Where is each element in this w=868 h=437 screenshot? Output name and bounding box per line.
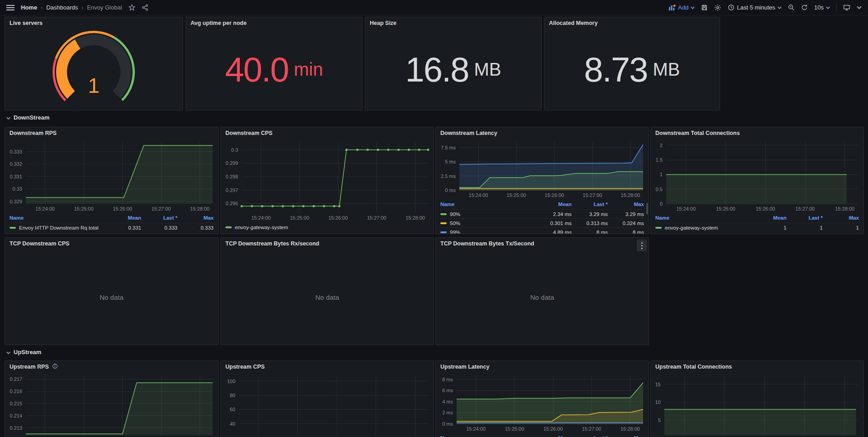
time-range-picker[interactable]: Last 5 minutes — [728, 4, 782, 11]
settings-button[interactable] — [714, 4, 721, 11]
legend-row[interactable]: Envoy HTTP Downstream Rq total0.3310.333… — [10, 223, 214, 232]
svg-text:0 ms: 0 ms — [445, 187, 456, 193]
chart-plot[interactable]: 406080100 — [221, 373, 434, 437]
legend-header: NameMeanLast *Max — [440, 433, 644, 437]
legend-header: NameMeanLast *Max — [655, 213, 859, 223]
section-chevron-icon — [6, 114, 10, 121]
refresh-interval-picker[interactable]: 10s — [814, 4, 830, 11]
save-icon — [701, 4, 708, 11]
svg-text:15:28:00: 15:28:00 — [190, 206, 210, 211]
svg-text:0.296: 0.296 — [225, 201, 238, 206]
breadcrumb-separator: › — [41, 5, 43, 11]
svg-text:0.331: 0.331 — [10, 174, 22, 179]
legend-row[interactable]: 50%0.301 ms0.313 ms0.324 ms — [440, 218, 644, 227]
panel-menu-button[interactable] — [637, 240, 647, 251]
panel-title[interactable]: TCP Downstream CPS — [5, 238, 218, 250]
panel-title[interactable]: Downstream CPS — [221, 127, 434, 139]
svg-text:15:26:00: 15:26:00 — [544, 426, 563, 432]
svg-text:0.333: 0.333 — [10, 149, 22, 154]
chart-plot[interactable]: 15:24:0015:25:0015:26:0015:27:0015:28:00… — [221, 139, 434, 222]
chart-plot[interactable]: 15:24:0015:25:0015:26:0015:27:0015:28:00… — [436, 139, 649, 199]
legend-item[interactable]: envoy-gateway-system — [225, 222, 429, 233]
section-upstream[interactable]: UpStream — [6, 349, 41, 355]
svg-text:2 ms: 2 ms — [442, 410, 453, 415]
add-button[interactable]: Add — [669, 4, 695, 11]
chart-plot[interactable]: 15:24:0015:25:0015:26:0015:27:0015:28:00… — [651, 139, 863, 213]
refresh-interval-label: 10s — [814, 4, 824, 11]
chart-plot[interactable]: 0.2130.2140.2150.2160.217 — [5, 373, 218, 437]
breadcrumb-current: Envoy Global — [87, 4, 122, 11]
svg-text:15:27:00: 15:27:00 — [582, 426, 601, 432]
panel-title[interactable]: Heap Size — [365, 17, 541, 29]
stat-value: 16.8 MB — [365, 29, 541, 110]
chart-legend: envoy-gateway-system — [221, 222, 434, 234]
panel-title[interactable]: TCP Downstream Bytes Rx/second — [221, 238, 434, 250]
no-data-message: No data — [221, 250, 434, 345]
gear-icon — [714, 4, 721, 11]
panel-title[interactable]: Downstream Latency — [436, 127, 649, 139]
panel-title[interactable]: Upstream Total Connections — [651, 361, 863, 373]
svg-text:0.217: 0.217 — [10, 376, 22, 382]
chevron-down-icon — [826, 6, 830, 9]
favorite-button[interactable] — [129, 4, 135, 11]
breadcrumb-home[interactable]: Home — [21, 4, 37, 11]
svg-text:15: 15 — [655, 382, 661, 387]
chart-plot[interactable]: 15:24:0015:25:0015:26:0015:27:0015:28:00… — [436, 373, 649, 433]
breadcrumb-dashboards[interactable]: Dashboards — [46, 4, 78, 11]
zoom-out-button[interactable] — [788, 4, 795, 11]
chart-legend: NameMeanLast *MaxEnvoy HTTP Downstream R… — [5, 213, 218, 234]
breadcrumb-separator: › — [81, 5, 83, 11]
svg-text:40: 40 — [230, 421, 235, 427]
svg-text:4 ms: 4 ms — [442, 399, 453, 404]
chevron-down-icon — [777, 6, 782, 9]
panel-tcp-downstream-bytes-rx: TCP Downstream Bytes Rx/second No data — [220, 237, 434, 345]
svg-text:15:24:00: 15:24:00 — [466, 426, 486, 432]
svg-text:15:27:00: 15:27:00 — [796, 206, 815, 211]
panel-title[interactable]: Downstream Total Connections — [651, 127, 863, 139]
svg-text:15:27:00: 15:27:00 — [152, 206, 171, 211]
panel-title[interactable]: TCP Downstream Bytes Tx/Second — [436, 238, 649, 250]
panel-upstream-total-connections: Upstream Total Connections 51015 — [650, 360, 864, 437]
svg-text:15:24:00: 15:24:00 — [35, 206, 55, 211]
svg-text:8 ms: 8 ms — [442, 377, 453, 382]
panel-title[interactable]: Downstream RPS — [5, 127, 218, 139]
panel-title[interactable]: Avg uptime per node — [186, 17, 362, 29]
panel-upstream-rps: Upstream RPS 0.2130.2140.2150.2160.217 — [5, 360, 219, 437]
panel-title[interactable]: Live servers — [5, 17, 182, 29]
svg-text:0 ms: 0 ms — [442, 421, 453, 427]
refresh-button[interactable] — [801, 4, 808, 11]
chart-plot[interactable]: 51015 — [651, 373, 863, 437]
panel-title[interactable]: Upstream CPS — [221, 361, 434, 373]
legend-row[interactable]: envoy-gateway-system111 — [655, 223, 859, 232]
svg-text:7.5 ms: 7.5 ms — [441, 145, 456, 150]
panel-title[interactable]: Upstream RPS — [5, 361, 218, 373]
share-icon — [142, 4, 148, 11]
stat-unit: min — [294, 59, 323, 80]
panel-title[interactable]: Allocated Memory — [544, 17, 720, 29]
gauge-value-arc — [56, 34, 131, 110]
stat-number: 8.73 — [584, 50, 648, 89]
tv-mode-button[interactable] — [843, 4, 850, 11]
svg-text:15:28:00: 15:28:00 — [405, 215, 425, 221]
legend-row[interactable]: 99%4.89 ms8 ms8 ms — [440, 227, 644, 234]
share-button[interactable] — [142, 4, 148, 11]
svg-text:15:24:00: 15:24:00 — [676, 206, 696, 211]
section-downstream[interactable]: DownStream — [6, 114, 49, 121]
legend-scrollbar[interactable] — [646, 203, 648, 215]
save-dashboard-button[interactable] — [701, 4, 708, 11]
svg-text:0.329: 0.329 — [10, 199, 22, 204]
panel-title[interactable]: Upstream Latency — [436, 361, 649, 373]
no-data-message: No data — [5, 250, 218, 345]
gauge: 1 — [52, 31, 135, 110]
svg-text:1: 1 — [660, 172, 663, 177]
menu-button[interactable] — [6, 5, 14, 11]
panel-upstream-cps: Upstream CPS 406080100 — [220, 360, 434, 437]
series-color-swatch — [655, 227, 662, 229]
info-icon[interactable] — [52, 363, 58, 370]
nav-expand-button[interactable] — [857, 6, 862, 9]
legend-row[interactable]: 90%2.34 ms3.29 ms3.29 ms — [440, 209, 644, 218]
chart-legend: NameMeanLast *Max90%2.34 ms3.29 ms3.29 m… — [436, 199, 649, 234]
chart-plot[interactable]: 15:24:0015:25:0015:26:0015:27:0015:28:00… — [5, 139, 218, 213]
svg-text:10: 10 — [655, 399, 661, 405]
svg-text:1.5: 1.5 — [656, 157, 663, 163]
